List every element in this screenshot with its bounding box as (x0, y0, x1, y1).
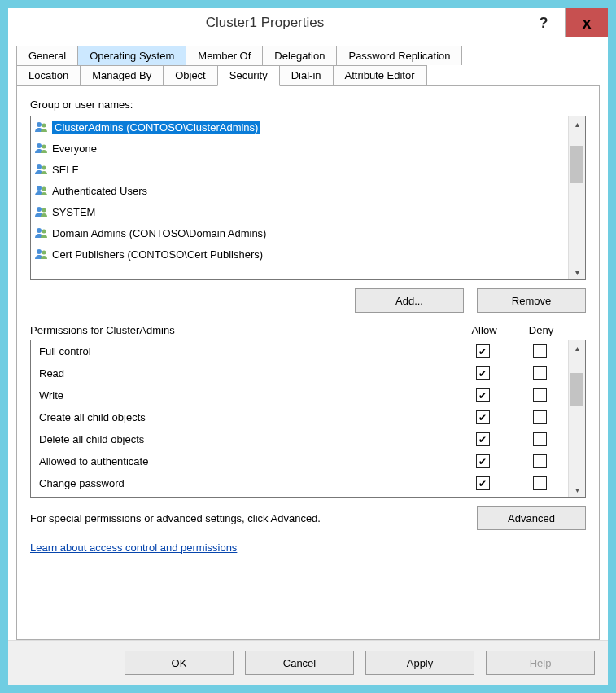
remove-button[interactable]: Remove (477, 288, 586, 313)
group-icon (34, 204, 49, 219)
group-icon (34, 141, 49, 156)
ok-button[interactable]: OK (125, 651, 234, 675)
group-icon (34, 120, 49, 134)
svg-point-4 (37, 164, 42, 169)
permission-name: Read (39, 367, 454, 379)
allow-checkbox[interactable] (476, 476, 490, 490)
permission-name: Write (39, 389, 454, 401)
deny-checkbox[interactable] (533, 344, 547, 358)
permission-row: Change password (31, 472, 568, 494)
scroll-track[interactable] (569, 131, 585, 265)
tab-location[interactable]: Location (16, 65, 81, 85)
principal-label: ClusterAdmins (CONTOSO\ClusterAdmins) (52, 121, 260, 134)
window-title: Cluster1 Properties (8, 8, 522, 37)
svg-point-6 (37, 186, 42, 191)
tabs-row-1: GeneralOperating SystemMember OfDelegati… (16, 46, 600, 65)
principal-item[interactable]: Authenticated Users (31, 180, 568, 201)
permission-row: Allowed to authenticate (31, 450, 568, 472)
allow-checkbox[interactable] (476, 432, 490, 446)
tab-attribute-editor[interactable]: Attribute Editor (333, 65, 427, 85)
principal-label: SYSTEM (52, 206, 95, 218)
principal-label: Authenticated Users (52, 185, 147, 197)
allow-checkbox[interactable] (476, 366, 490, 380)
deny-column-header: Deny (513, 324, 570, 336)
tab-dial-in[interactable]: Dial-in (279, 65, 334, 85)
svg-point-2 (37, 143, 42, 148)
permissions-header: Permissions for ClusterAdmins (30, 324, 456, 336)
permission-name: Allowed to authenticate (39, 455, 454, 467)
scroll-down-icon[interactable]: ▾ (569, 482, 585, 497)
tab-managed-by[interactable]: Managed By (80, 65, 164, 85)
learn-link[interactable]: Learn about access control and permissio… (30, 542, 586, 554)
scrollbar[interactable]: ▴ ▾ (568, 116, 585, 279)
apply-button[interactable]: Apply (365, 651, 474, 675)
permission-row: Full control (31, 340, 568, 362)
tab-operating-system[interactable]: Operating System (77, 46, 186, 65)
svg-point-11 (42, 230, 46, 234)
principal-item[interactable]: Domain Admins (CONTOSO\Domain Admins) (31, 222, 568, 243)
tab-security-page: Group or user names: ClusterAdmins (CONT… (16, 85, 600, 640)
allow-checkbox[interactable] (476, 410, 490, 424)
permission-row: Delete all child objects (31, 428, 568, 450)
svg-point-5 (42, 166, 46, 170)
deny-checkbox[interactable] (533, 388, 547, 402)
scroll-up-icon[interactable]: ▴ (569, 116, 585, 131)
principal-label: Everyone (52, 143, 97, 155)
permission-row: Write (31, 384, 568, 406)
dialog-buttons: OK Cancel Apply Help (8, 640, 608, 685)
allow-checkbox[interactable] (476, 388, 490, 402)
allow-column-header: Allow (456, 324, 513, 336)
add-button[interactable]: Add... (355, 288, 464, 313)
principal-item[interactable]: Cert Publishers (CONTOSO\Cert Publishers… (31, 243, 568, 265)
svg-point-9 (42, 208, 46, 213)
principals-listbox[interactable]: ClusterAdmins (CONTOSO\ClusterAdmins)Eve… (30, 116, 586, 280)
tab-delegation[interactable]: Delegation (262, 46, 337, 65)
title-bar: Cluster1 Properties ? x (8, 8, 608, 37)
permission-row: Read (31, 362, 568, 384)
scroll-thumb[interactable] (570, 373, 583, 406)
help-button[interactable]: ? (522, 8, 565, 37)
deny-checkbox[interactable] (533, 410, 547, 424)
svg-point-3 (42, 145, 46, 149)
svg-point-7 (42, 187, 46, 191)
scroll-up-icon[interactable]: ▴ (569, 340, 585, 355)
principal-item[interactable]: SELF (31, 159, 568, 180)
tab-member-of[interactable]: Member Of (186, 46, 263, 65)
tab-general[interactable]: General (16, 46, 78, 65)
svg-point-1 (42, 124, 46, 128)
deny-checkbox[interactable] (533, 432, 547, 446)
svg-point-12 (37, 249, 42, 254)
svg-point-0 (37, 122, 42, 127)
principal-item[interactable]: ClusterAdmins (CONTOSO\ClusterAdmins) (31, 116, 568, 138)
scroll-track[interactable] (569, 355, 585, 482)
cancel-button[interactable]: Cancel (245, 651, 354, 675)
principal-label: SELF (52, 164, 79, 176)
advanced-button[interactable]: Advanced (477, 506, 586, 530)
tab-security[interactable]: Security (217, 65, 280, 86)
tab-object[interactable]: Object (163, 65, 218, 85)
advanced-hint: For special permissions or advanced sett… (30, 512, 477, 524)
allow-checkbox[interactable] (476, 454, 490, 468)
svg-point-10 (37, 228, 42, 233)
permission-name: Delete all child objects (39, 433, 454, 445)
permissions-listbox[interactable]: Full controlReadWriteCreate all child ob… (30, 340, 586, 498)
principal-item[interactable]: SYSTEM (31, 201, 568, 222)
deny-checkbox[interactable] (533, 454, 547, 468)
scroll-thumb[interactable] (570, 146, 583, 183)
principal-item[interactable]: Everyone (31, 138, 568, 159)
allow-checkbox[interactable] (476, 344, 490, 358)
deny-checkbox[interactable] (533, 476, 547, 490)
group-icon (34, 162, 49, 177)
help-button-bottom[interactable]: Help (486, 651, 595, 675)
scroll-down-icon[interactable]: ▾ (569, 265, 585, 279)
scrollbar[interactable]: ▴ ▾ (568, 340, 585, 497)
permission-name: Change password (39, 477, 454, 489)
deny-checkbox[interactable] (533, 366, 547, 380)
tab-password-replication[interactable]: Password Replication (336, 46, 462, 65)
principal-label: Cert Publishers (CONTOSO\Cert Publishers… (52, 248, 263, 261)
principal-label: Domain Admins (CONTOSO\Domain Admins) (52, 227, 266, 239)
group-list-label: Group or user names: (30, 99, 586, 111)
permission-row: Create all child objects (31, 406, 568, 428)
close-button[interactable]: x (565, 8, 608, 37)
svg-point-13 (42, 251, 46, 255)
